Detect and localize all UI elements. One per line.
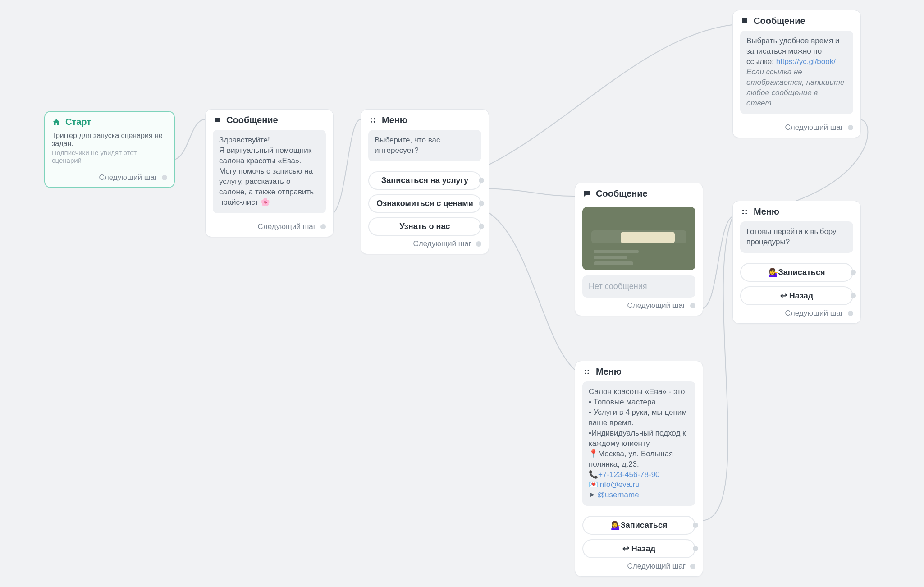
svg-point-3 bbox=[374, 121, 375, 122]
node-menu-1[interactable]: Меню Выберите, что вас интересует? Запис… bbox=[361, 109, 489, 254]
svg-point-0 bbox=[371, 118, 372, 119]
svg-point-1 bbox=[374, 118, 375, 119]
node-menu-3[interactable]: Меню Салон красоты «Ева» - это: • Топовы… bbox=[575, 361, 703, 577]
next-step-label: Следующий шаг bbox=[627, 562, 686, 571]
svg-point-11 bbox=[588, 372, 589, 374]
out-port[interactable] bbox=[479, 178, 484, 183]
home-icon bbox=[52, 118, 61, 127]
svg-point-9 bbox=[588, 370, 589, 371]
start-line1: Триггер для запуска сценария не задан. bbox=[52, 132, 167, 148]
next-step-label: Следующий шаг bbox=[627, 301, 686, 310]
svg-point-8 bbox=[585, 370, 586, 371]
next-step-label: Следующий шаг bbox=[785, 309, 843, 318]
menu-option-back[interactable]: ↩ Назад bbox=[740, 286, 853, 305]
node-title: Сообщение bbox=[596, 188, 648, 199]
start-line2: Подписчики не увидят этот сценарий bbox=[52, 149, 167, 164]
next-step-label: Следующий шаг bbox=[99, 173, 157, 182]
out-port[interactable] bbox=[693, 523, 698, 528]
message-icon bbox=[740, 17, 749, 26]
out-port[interactable] bbox=[690, 303, 695, 308]
out-port[interactable] bbox=[479, 201, 484, 206]
svg-point-5 bbox=[746, 210, 747, 211]
booking-link[interactable]: https://yc.gl/book/ bbox=[776, 57, 836, 66]
tg-link[interactable]: @username bbox=[597, 491, 639, 499]
out-port[interactable] bbox=[162, 175, 167, 180]
attached-image-preview[interactable] bbox=[582, 207, 695, 270]
out-port[interactable] bbox=[848, 125, 853, 130]
node-title: Сообщение bbox=[754, 16, 805, 26]
out-port[interactable] bbox=[320, 224, 326, 229]
message-icon bbox=[213, 116, 222, 125]
empty-message-placeholder: Нет сообщения bbox=[582, 275, 695, 298]
menu-icon bbox=[582, 367, 591, 376]
menu-option-prices[interactable]: Ознакомиться с ценами bbox=[368, 194, 481, 213]
node-menu-2[interactable]: Меню Готовы перейти к выбору процедуры? … bbox=[732, 201, 861, 324]
out-port[interactable] bbox=[479, 224, 484, 229]
svg-point-10 bbox=[585, 372, 586, 374]
out-port[interactable] bbox=[693, 546, 698, 551]
next-step-label: Следующий шаг bbox=[413, 239, 471, 248]
svg-point-7 bbox=[746, 212, 747, 214]
message-body: Здравствуйте! Я виртуальный помощник сал… bbox=[213, 130, 326, 213]
out-port[interactable] bbox=[848, 311, 853, 316]
menu-icon bbox=[368, 116, 377, 125]
out-port[interactable] bbox=[851, 270, 856, 275]
menu-prompt: Выберите, что вас интересует? bbox=[368, 130, 481, 161]
next-step-label: Следующий шаг bbox=[785, 123, 843, 132]
node-message-1[interactable]: Сообщение Здравствуйте! Я виртуальный по… bbox=[205, 109, 334, 237]
node-message-3[interactable]: Сообщение Нет сообщения Следующий шаг bbox=[575, 183, 703, 316]
node-title: Старт bbox=[65, 117, 91, 127]
menu-icon bbox=[740, 207, 749, 216]
menu-option-about[interactable]: Узнать о нас bbox=[368, 217, 481, 236]
node-message-2[interactable]: Сообщение Выбрать удобное время и записа… bbox=[732, 10, 861, 138]
node-start[interactable]: Старт Триггер для запуска сценария не за… bbox=[44, 111, 175, 188]
svg-point-2 bbox=[371, 121, 372, 122]
about-text: Салон красоты «Ева» - это: • Топовые мас… bbox=[582, 381, 695, 506]
node-title: Меню bbox=[754, 206, 779, 217]
out-port[interactable] bbox=[476, 241, 481, 247]
message-icon bbox=[582, 189, 591, 198]
phone-link[interactable]: +7-123-456-78-90 bbox=[598, 470, 660, 479]
node-title: Сообщение bbox=[226, 115, 278, 125]
menu-option-back[interactable]: ↩ Назад bbox=[582, 539, 695, 558]
svg-point-4 bbox=[742, 210, 744, 211]
next-step-label: Следующий шаг bbox=[258, 222, 316, 231]
menu-option-book[interactable]: 💁‍♀️Записаться bbox=[582, 516, 695, 535]
menu-option-book[interactable]: Записаться на услугу bbox=[368, 171, 481, 190]
node-title: Меню bbox=[596, 367, 622, 377]
email-link[interactable]: info@eva.ru bbox=[598, 480, 640, 489]
out-port[interactable] bbox=[851, 293, 856, 298]
node-title: Меню bbox=[382, 115, 407, 125]
menu-option-book[interactable]: 💁‍♀️Записаться bbox=[740, 263, 853, 282]
menu-prompt: Готовы перейти к выбору процедуры? bbox=[740, 221, 853, 253]
message-body: Выбрать удобное время и записаться можно… bbox=[740, 31, 853, 114]
svg-point-6 bbox=[742, 212, 744, 214]
out-port[interactable] bbox=[690, 564, 695, 569]
